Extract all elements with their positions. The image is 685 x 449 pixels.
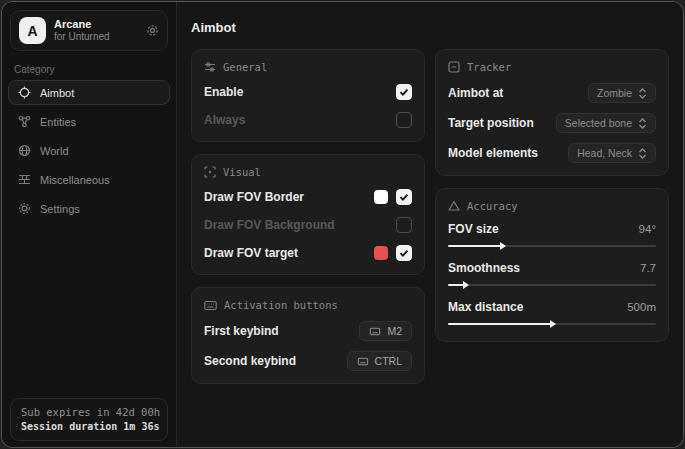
- slider-track: [448, 284, 656, 286]
- tracker-icon: [448, 61, 460, 73]
- setting-label: Always: [204, 113, 245, 127]
- globe-icon: [18, 144, 31, 157]
- slider-thumb[interactable]: [500, 242, 506, 250]
- setting-row: Second keybind CTRL: [204, 351, 412, 371]
- slider-fill: [448, 323, 552, 326]
- setting-row: Target position Selected bone: [448, 113, 656, 133]
- chevrons-up-down-icon: [638, 88, 647, 99]
- sub-expiry-text: Sub expires in 42d 00h: [21, 406, 157, 418]
- category-label: Category: [14, 64, 164, 75]
- slider-thumb[interactable]: [550, 320, 556, 328]
- page-title: Aimbot: [191, 20, 669, 35]
- smoothness-slider[interactable]: [448, 280, 656, 290]
- app-window: A Arcane for Unturned Category: [1, 1, 684, 448]
- fov-background-checkbox[interactable]: [396, 217, 412, 233]
- chevrons-up-down-icon: [638, 148, 647, 159]
- brand-logo: A: [19, 17, 46, 44]
- smoothness-setting: Smoothness 7.7: [448, 261, 656, 290]
- brand-title: Arcane: [54, 18, 138, 31]
- setting-label: Smoothness: [448, 261, 520, 275]
- gear-icon: [18, 202, 31, 215]
- sidebar-item-label: Aimbot: [40, 87, 74, 99]
- keyboard-icon: [369, 327, 381, 336]
- section-title: Activation buttons: [224, 299, 338, 311]
- setting-label: Target position: [448, 116, 534, 130]
- slider-fill: [448, 284, 465, 287]
- triangle-icon: [448, 200, 460, 212]
- setting-row: Model elements Head, Neck: [448, 143, 656, 163]
- sidebar-item-label: Entities: [40, 116, 76, 128]
- sidebar-item-entities[interactable]: Entities: [8, 109, 170, 134]
- keyboard-icon: [357, 357, 369, 366]
- setting-label: First keybind: [204, 324, 279, 338]
- sliders-icon: [204, 61, 216, 73]
- setting-row: Aimbot at Zombie: [448, 83, 656, 103]
- setting-label: Second keybind: [204, 354, 296, 368]
- keyboard-icon: [204, 300, 217, 311]
- fov-border-color-swatch[interactable]: [374, 190, 388, 204]
- left-column: General Enable Always: [191, 49, 425, 384]
- setting-row: Enable: [204, 83, 412, 101]
- first-keybind-button[interactable]: M2: [359, 321, 412, 341]
- setting-row: First keybind M2: [204, 321, 412, 341]
- sidebar-item-aimbot[interactable]: Aimbot: [8, 80, 170, 105]
- sidebar-nav: Aimbot Entities World: [2, 80, 176, 221]
- fov-border-checkbox[interactable]: [396, 189, 412, 205]
- sidebar: A Arcane for Unturned Category: [2, 2, 177, 447]
- setting-label: Draw FOV target: [204, 246, 298, 260]
- sidebar-item-label: Miscellaneous: [40, 174, 110, 186]
- setting-label: Max distance: [448, 300, 523, 314]
- scan-icon: [204, 166, 216, 178]
- max-distance-setting: Max distance 500m: [448, 300, 656, 329]
- brand-initial: A: [27, 23, 37, 39]
- settings-gear-icon[interactable]: [146, 24, 159, 37]
- fov-target-color-swatch[interactable]: [374, 246, 388, 260]
- enable-checkbox[interactable]: [396, 84, 412, 100]
- slider-thumb[interactable]: [463, 281, 469, 289]
- entities-icon: [18, 115, 31, 128]
- setting-label: Draw FOV Background: [204, 218, 335, 232]
- accuracy-card: Accuracy FOV size 94°: [435, 188, 669, 342]
- setting-label: Draw FOV Border: [204, 190, 304, 204]
- general-card: General Enable Always: [191, 49, 425, 142]
- slider-value: 500m: [627, 301, 656, 313]
- chevrons-up-down-icon: [638, 118, 647, 129]
- select-value: Zombie: [597, 87, 632, 99]
- crosshair-icon: [18, 86, 31, 99]
- always-checkbox[interactable]: [396, 112, 412, 128]
- brand-card: A Arcane for Unturned: [10, 10, 168, 51]
- tracker-card: Tracker Aimbot at Zombie Target position: [435, 49, 669, 176]
- fov-size-slider[interactable]: [448, 241, 656, 251]
- sidebar-item-miscellaneous[interactable]: Miscellaneous: [8, 167, 170, 192]
- sidebar-item-label: World: [40, 145, 69, 157]
- aimbot-at-select[interactable]: Zombie: [588, 83, 656, 103]
- setting-row: Always: [204, 111, 412, 129]
- fov-target-checkbox[interactable]: [396, 245, 412, 261]
- section-title: Tracker: [467, 61, 511, 73]
- setting-label: Aimbot at: [448, 86, 503, 100]
- slider-fill: [448, 245, 502, 248]
- activation-card: Activation buttons First keybind M2: [191, 287, 425, 384]
- slider-value: 94°: [639, 223, 656, 235]
- setting-row: Draw FOV target: [204, 244, 412, 262]
- brand-subtitle: for Unturned: [54, 31, 138, 43]
- setting-row: Draw FOV Border: [204, 188, 412, 206]
- sidebar-item-label: Settings: [40, 203, 80, 215]
- max-distance-slider[interactable]: [448, 319, 656, 329]
- setting-label: Enable: [204, 85, 243, 99]
- second-keybind-button[interactable]: CTRL: [347, 351, 412, 371]
- sidebar-item-settings[interactable]: Settings: [8, 196, 170, 221]
- select-value: Selected bone: [565, 117, 632, 129]
- subscription-info-card: Sub expires in 42d 00h Session duration …: [10, 398, 168, 441]
- section-title: General: [223, 61, 267, 73]
- target-position-select[interactable]: Selected bone: [556, 113, 656, 133]
- setting-row: Draw FOV Background: [204, 216, 412, 234]
- model-elements-select[interactable]: Head, Neck: [568, 143, 656, 163]
- setting-label: FOV size: [448, 222, 499, 236]
- fov-size-setting: FOV size 94°: [448, 222, 656, 251]
- main-panel: Aimbot General Enable: [177, 2, 683, 447]
- slider-value: 7.7: [640, 262, 656, 274]
- sidebar-item-world[interactable]: World: [8, 138, 170, 163]
- bricks-icon: [18, 173, 31, 186]
- brand-text: Arcane for Unturned: [54, 18, 138, 42]
